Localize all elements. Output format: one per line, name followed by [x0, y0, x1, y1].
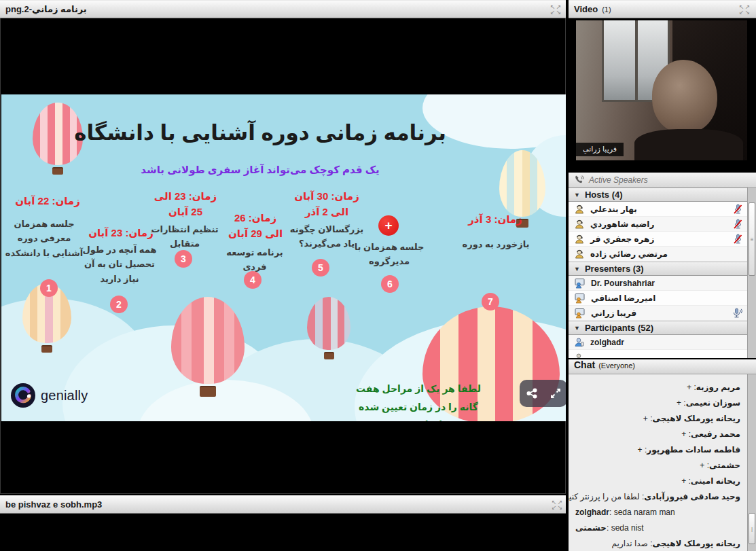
share-pod: برنامه زماني-2.png ↖↗↙↘ [0, 0, 569, 494]
attendee-row[interactable]: زهره جعفري فر [569, 232, 747, 247]
audio-pod-expand-icon[interactable]: ↖↗↙↘ [551, 499, 563, 510]
step-2-time: زمان: 23 آبان [88, 225, 154, 241]
hot-air-balloon [171, 297, 245, 397]
genially-brand[interactable]: genially [11, 383, 88, 408]
attendee-name: مرتضي رضائي زاده [590, 249, 668, 259]
step-5-time: زمان: 30 آبان الی 2 آذر [291, 188, 363, 220]
group-label: Participants (52) [585, 323, 653, 333]
step-6-badge: 6 [381, 275, 399, 293]
attendee-name: اميررضا اصنافي [591, 294, 655, 303]
step-1-desc: جلسه همزمان معرفی دوره آشنایی با دانشکده [3, 217, 86, 260]
attendee-name: Dr. Pourshahriar [591, 279, 655, 288]
attendees-pod: Active Speakers ▼ Hosts (4) بهار بندعلي … [569, 171, 756, 358]
chat-message: وحید صادقی فیروزآبادی: لطفا من را پرزنتر… [569, 489, 747, 505]
attendee-row[interactable]: بهار بندعلي [569, 202, 747, 217]
infographic-title: برنامه زمانی دوره آشنایی با دانشگاه [1, 120, 519, 145]
fullscreen-icon[interactable] [545, 382, 566, 405]
chat-message: محمد رفیعی: + [569, 427, 747, 442]
webcam-name-overlay: فريبا زراني [576, 143, 624, 156]
share-icon[interactable] [522, 382, 542, 405]
host-icon [574, 234, 585, 245]
chat-pod-header[interactable]: Chat (Everyone) [569, 359, 756, 374]
infographic-subtitle: یک قدم کوچک می‌تواند آغاز سفری طولانی با… [1, 164, 519, 176]
pod-divider [566, 0, 569, 551]
step-1-time: زمان: 22 آبان [7, 193, 88, 209]
share-pod-expand-icon[interactable]: ↖↗↙↘ [550, 4, 562, 15]
video-pod: Video (1) ↖↗↙↘ فريبا زراني [569, 0, 756, 170]
presenter-icon [574, 308, 586, 319]
chat-scrollbar[interactable]: | [747, 374, 756, 551]
attendee-name: zolghadr [590, 338, 624, 347]
chat-message: مریم روزبه: + [569, 380, 747, 395]
video-pod-expand-icon[interactable]: ↖↗↙↘ [738, 4, 751, 15]
mic-active-icon [732, 308, 743, 321]
collapse-triangle-icon[interactable]: ▼ [574, 192, 580, 198]
hot-air-balloon [307, 297, 350, 359]
scrollbar-thumb[interactable]: | [749, 513, 755, 544]
chat-message-list[interactable]: مریم روزبه: + سوزان نعیمی: + ریحانه پورم… [569, 374, 747, 551]
chat-message: سوزان نعیمی: + [569, 395, 747, 411]
attendee-row[interactable]: مرتضي رضائي زاده [569, 247, 747, 262]
attendee-name: راضيه شاهوردي [590, 219, 654, 229]
collapse-triangle-icon[interactable]: ▼ [574, 325, 580, 332]
attendee-row[interactable]: اميررضا اصنافي [569, 291, 747, 306]
audio-pod-header[interactable]: be pishvaz e sobh.mp3 ↖↗↙↘ [0, 495, 569, 514]
attendee-row[interactable]: Dr. Pourshahriar [569, 276, 747, 291]
mic-muted-icon [733, 219, 743, 232]
adobe-connect-room: برنامه زماني-2.png ↖↗↙↘ [0, 0, 756, 551]
attendee-row-clipped[interactable] [569, 350, 747, 358]
chat-message: zolghadr: seda naram man [569, 505, 747, 520]
share-pod-header[interactable]: برنامه زماني-2.png ↖↗↙↘ [0, 0, 567, 18]
host-icon [574, 249, 585, 260]
collapse-triangle-icon[interactable]: ▼ [574, 266, 580, 272]
scrollbar-thumb[interactable]: ≡ [749, 202, 755, 276]
genially-logo-text: genially [41, 388, 88, 404]
step-7-desc: بازخورد به دوره [456, 237, 535, 251]
pod-divider [0, 494, 569, 495]
attendee-name: فريبا زراني [591, 308, 636, 318]
step-7-time: زمان: 3 آذر [462, 211, 528, 227]
attendees-scrollbar[interactable]: ≡ [747, 188, 756, 358]
step-4-desc: برنامه توسعه فردی [221, 245, 288, 274]
step-3-badge: 3 [175, 250, 192, 268]
attendee-row[interactable]: راضيه شاهوردي [569, 217, 747, 232]
chat-message: ریحانه امینی: + [569, 474, 747, 489]
chat-message: ریحانه پورملک لاهیجی: + [569, 411, 747, 427]
step-3-time: زمان: 23 الی 25 آبان [152, 188, 219, 220]
step-6-plus-button[interactable]: + [378, 215, 399, 236]
attendee-row[interactable]: zolghadr [569, 335, 747, 350]
step-4-badge: 4 [244, 271, 262, 289]
chat-pod: Chat (Everyone) مریم روزبه: + سوزان نعیم… [569, 358, 756, 551]
group-header-presenters[interactable]: ▼ Presenters (3) [569, 262, 747, 276]
step-3-desc: تنظیم انتظارات متقابل [151, 222, 219, 251]
chat-pod-title: Chat [574, 359, 595, 370]
step-5-badge: 5 [312, 259, 329, 277]
chat-message: حشمتی: + [569, 458, 747, 474]
webcam-person [652, 60, 717, 133]
attendee-name: زهره جعفري فر [590, 234, 654, 244]
mic-muted-icon [733, 234, 743, 247]
host-icon [574, 204, 585, 215]
participant-icon [574, 337, 585, 348]
infographic-image[interactable]: برنامه زمانی دوره آشنایی با دانشگاه یک ق… [1, 94, 566, 421]
presenter-icon [574, 278, 586, 289]
chat-message: فاطمه سادات مطهرپور: + [569, 442, 747, 458]
video-pod-count: (1) [602, 5, 611, 14]
attendee-name: بهار بندعلي [590, 205, 637, 214]
group-label: Hosts (4) [585, 190, 623, 200]
presenter-icon [574, 293, 586, 304]
share-pod-title: برنامه زماني-2.png [5, 4, 87, 14]
step-7-badge: 7 [482, 293, 499, 310]
step-2-desc: همه آنچه در طول تحصیل تان به آن نیاز دار… [82, 243, 158, 286]
step-6-desc: جلسه همزمان با مدیرگروه [353, 240, 425, 269]
infographic-note: لطفا هر یک از مراحل هفت گانه را در زمان … [352, 380, 485, 421]
attendee-row[interactable]: فريبا زراني [569, 306, 747, 321]
audio-pod-title: be pishvaz e sobh.mp3 [5, 499, 102, 510]
video-pod-header[interactable]: Video (1) ↖↗↙↘ [569, 0, 756, 18]
group-header-participants[interactable]: ▼ Participants (52) [569, 321, 747, 335]
webcam-video[interactable]: فريبا زراني [576, 20, 747, 160]
step-4-time: زمان: 26 الی 29 آبان [224, 210, 287, 242]
step-2-badge: 2 [110, 296, 128, 313]
group-label: Presenters (3) [585, 264, 644, 274]
group-header-hosts[interactable]: ▼ Hosts (4) [569, 188, 747, 202]
